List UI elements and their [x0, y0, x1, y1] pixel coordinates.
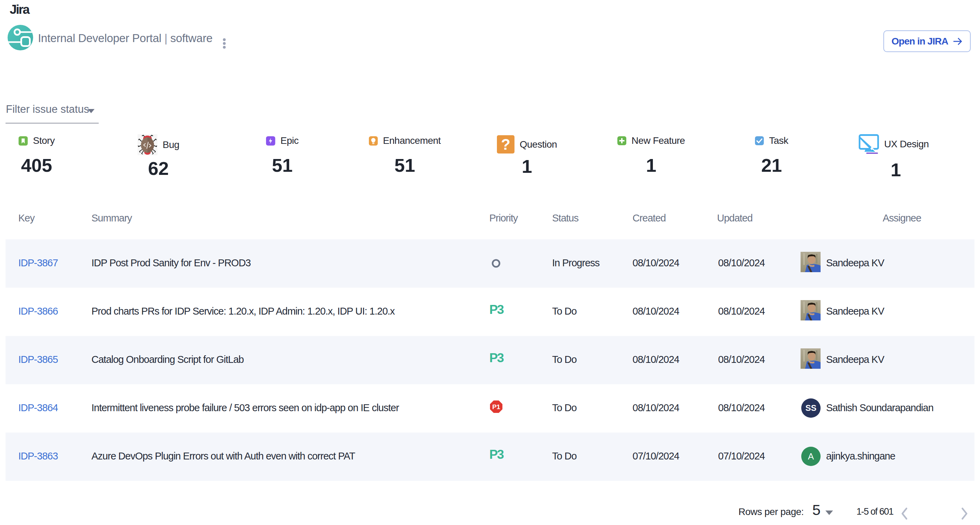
svg-text:P1: P1	[492, 403, 500, 411]
svg-text:?: ?	[501, 136, 511, 153]
